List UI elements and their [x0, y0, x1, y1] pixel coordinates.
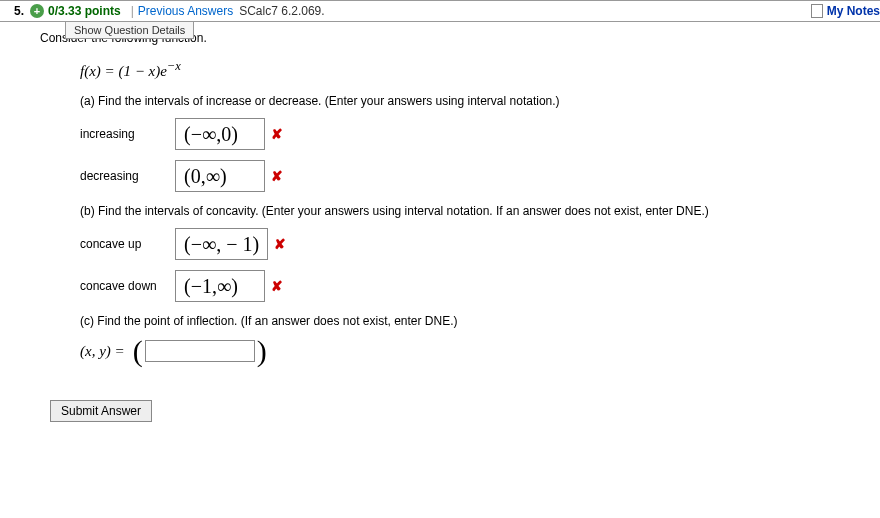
xy-label: (x, y) = [80, 343, 125, 360]
question-content: Consider the following function. f(x) = … [0, 31, 880, 442]
part-a-text: (a) Find the intervals of increase or de… [80, 94, 860, 108]
part-c-text: (c) Find the point of inflection. (If an… [80, 314, 860, 328]
concave-down-label: concave down [80, 279, 175, 293]
increasing-label: increasing [80, 127, 175, 141]
expand-icon[interactable]: + [30, 4, 44, 18]
my-notes-link[interactable]: My Notes [827, 4, 880, 18]
incorrect-icon: ✘ [271, 126, 283, 142]
question-header: 5. + 0/3.33 points | Previous Answers SC… [0, 0, 880, 22]
submit-answer-button[interactable]: Submit Answer [50, 400, 152, 422]
points-text: 0/3.33 points [48, 4, 121, 18]
part-b: (b) Find the intervals of concavity. (En… [80, 204, 860, 302]
part-a: (a) Find the intervals of increase or de… [80, 94, 860, 192]
incorrect-icon: ✘ [274, 236, 286, 252]
open-paren: ( [133, 336, 143, 366]
show-question-details-button[interactable]: Show Question Details [65, 21, 194, 39]
divider: | [131, 4, 134, 18]
concave-down-input[interactable]: (−1,∞) [175, 270, 265, 302]
part-b-text: (b) Find the intervals of concavity. (En… [80, 204, 860, 218]
concave-up-input[interactable]: (−∞, − 1) [175, 228, 268, 260]
fx-base: f(x) = (1 − x)e [80, 63, 167, 79]
concave-up-label: concave up [80, 237, 175, 251]
decreasing-label: decreasing [80, 169, 175, 183]
incorrect-icon: ✘ [271, 168, 283, 184]
inflection-input[interactable] [145, 340, 255, 362]
fx-exponent: −x [167, 59, 181, 73]
question-number: 5. [0, 4, 30, 18]
incorrect-icon: ✘ [271, 278, 283, 294]
note-icon [811, 4, 823, 18]
increasing-input[interactable]: (−∞,0) [175, 118, 265, 150]
close-paren: ) [257, 336, 267, 366]
function-definition: f(x) = (1 − x)e−x [80, 59, 860, 80]
textbook-reference: SCalc7 6.2.069. [239, 4, 324, 18]
previous-answers-link[interactable]: Previous Answers [138, 4, 233, 18]
part-c: (c) Find the point of inflection. (If an… [80, 314, 860, 366]
decreasing-input[interactable]: (0,∞) [175, 160, 265, 192]
